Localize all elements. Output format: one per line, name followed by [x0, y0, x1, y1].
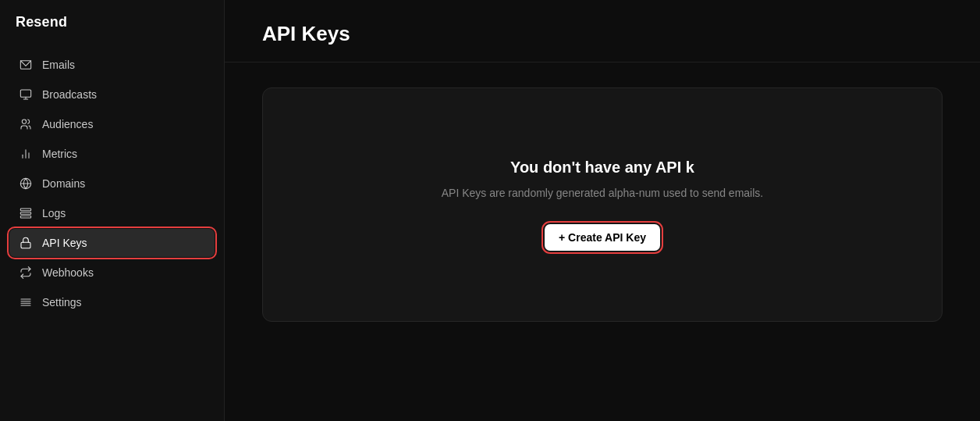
mail-icon [19, 58, 33, 72]
sidebar-item-label: Settings [42, 296, 82, 309]
sidebar-item-label: Broadcasts [42, 88, 97, 101]
api-keys-icon [19, 236, 33, 250]
empty-state-description: API Keys are randomly generated alpha-nu… [442, 184, 763, 202]
page-title: API Keys [262, 22, 943, 46]
sidebar-nav: Emails Broadcasts Audiences Metrics [0, 45, 224, 323]
sidebar: Resend Emails Broadcasts Audiences [0, 0, 225, 421]
sidebar-item-emails[interactable]: Emails [9, 51, 215, 79]
sidebar-item-broadcasts[interactable]: Broadcasts [9, 80, 215, 109]
sidebar-item-label: Logs [42, 207, 66, 219]
sidebar-item-webhooks[interactable]: Webhooks [9, 259, 215, 287]
sidebar-item-audiences[interactable]: Audiences [9, 110, 215, 138]
svg-rect-8 [20, 209, 30, 211]
sidebar-item-label: Domains [42, 177, 85, 190]
empty-state-title: You don't have any API k [510, 159, 694, 177]
create-api-key-button[interactable]: + Create API Key [545, 224, 660, 251]
app-logo: Resend [0, 0, 224, 45]
sidebar-item-label: Metrics [42, 148, 77, 160]
sidebar-item-metrics[interactable]: Metrics [9, 140, 215, 168]
sidebar-item-label: Emails [42, 59, 75, 71]
main-body: You don't have any API k API Keys are ra… [225, 62, 980, 421]
svg-rect-9 [20, 212, 30, 215]
svg-rect-11 [21, 242, 30, 248]
svg-rect-1 [20, 90, 30, 97]
empty-state-card: You don't have any API k API Keys are ra… [262, 87, 943, 322]
svg-rect-10 [20, 216, 30, 218]
sidebar-item-domains[interactable]: Domains [9, 169, 215, 198]
audiences-icon [19, 117, 33, 131]
settings-icon [19, 295, 33, 309]
webhooks-icon [19, 266, 33, 280]
sidebar-item-api-keys[interactable]: API Keys [9, 229, 215, 257]
domains-icon [19, 177, 33, 191]
sidebar-item-logs[interactable]: Logs [9, 199, 215, 227]
sidebar-item-label: API Keys [42, 237, 87, 249]
metrics-icon [19, 147, 33, 161]
sidebar-item-settings[interactable]: Settings [9, 288, 215, 316]
svg-point-2 [22, 120, 26, 123]
sidebar-item-label: Audiences [42, 118, 93, 130]
main-header: API Keys [225, 0, 980, 62]
sidebar-item-label: Webhooks [42, 266, 94, 279]
broadcast-icon [19, 87, 33, 102]
main-content-area: API Keys You don't have any API k API Ke… [225, 0, 980, 421]
logs-icon [19, 206, 33, 220]
